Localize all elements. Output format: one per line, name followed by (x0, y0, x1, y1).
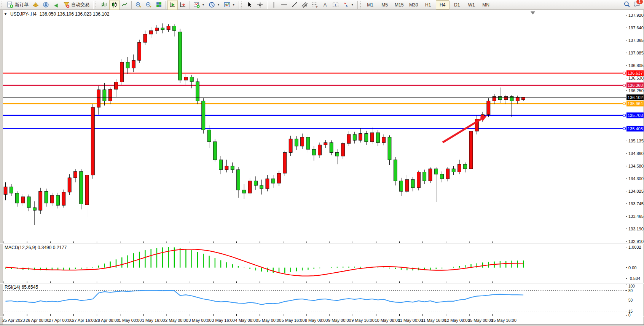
candle-body (190, 77, 193, 82)
candle-body (62, 192, 65, 205)
timeframe-M5[interactable]: M5 (378, 0, 392, 10)
chart-symbol-period: USDJPY-,H4 (10, 11, 37, 17)
candle-body (196, 82, 199, 101)
text-label-button[interactable]: T (330, 0, 341, 10)
trendline-button[interactable] (289, 0, 300, 10)
svg-text:134.025: 134.025 (628, 189, 644, 193)
candle-body (318, 145, 322, 155)
text-button[interactable]: A (320, 0, 330, 10)
zoom-in-icon (135, 2, 142, 8)
candle-chart-button[interactable] (109, 0, 120, 10)
templates-icon (224, 2, 230, 8)
svg-text:80: 80 (628, 289, 633, 293)
candle-body (50, 195, 54, 203)
vertical-line-icon (271, 2, 277, 8)
candle-body (457, 164, 461, 172)
crosshair-button[interactable] (255, 0, 265, 10)
candle-body (254, 181, 257, 185)
svg-text:135.408: 135.408 (628, 126, 643, 131)
indicators-button[interactable]: ▼ (191, 0, 207, 10)
candle-body (68, 178, 71, 192)
svg-text:A: A (323, 2, 327, 8)
horizontal-line-icon (281, 2, 287, 8)
chart-shift-button[interactable] (178, 0, 188, 10)
toolbar-grip[interactable] (2, 2, 3, 8)
candle-body (295, 139, 298, 146)
chart-window[interactable]: 137.920137.640137.365137.085136.805136.5… (0, 10, 644, 326)
zoom-out-button[interactable] (143, 0, 154, 10)
svg-text:50: 50 (628, 298, 633, 302)
signals-icon (53, 2, 59, 8)
candle-body (405, 180, 409, 192)
svg-text:1.0032: 1.0032 (628, 245, 641, 249)
timeframe-M1[interactable]: M1 (363, 0, 377, 10)
toolbar-separator (166, 1, 166, 9)
svg-text:134.580: 134.580 (628, 164, 644, 168)
candle-body (277, 173, 281, 183)
timeframe-W1[interactable]: W1 (465, 0, 478, 10)
toolbar-grip[interactable] (96, 2, 97, 8)
candle-body (56, 195, 60, 205)
auto-scroll-icon (169, 2, 176, 8)
templates-button[interactable]: ▼ (222, 0, 237, 10)
svg-text:136.102: 136.102 (628, 95, 643, 100)
candle-body (184, 77, 188, 80)
toolbar-grip[interactable] (360, 2, 362, 8)
search-icon[interactable] (623, 1, 630, 9)
chart-canvas[interactable]: 137.920137.640137.365137.085136.805136.5… (0, 10, 644, 326)
timeframe-D1[interactable]: D1 (450, 0, 464, 10)
candle-chart-icon (111, 2, 118, 8)
trendline-icon (291, 2, 298, 8)
new-order-icon (7, 2, 13, 8)
arrows-button[interactable]: ▼ (341, 0, 356, 10)
candle-body (85, 175, 89, 205)
tile-windows-button[interactable] (154, 0, 164, 10)
candle-body (4, 187, 7, 195)
candle-body (45, 191, 48, 203)
line-chart-button[interactable] (120, 0, 130, 10)
cursor-button[interactable] (245, 0, 255, 10)
zoom-in-button[interactable] (133, 0, 143, 10)
candle-body (143, 34, 147, 42)
vertical-line-button[interactable] (269, 0, 279, 10)
candle-body (394, 160, 397, 181)
notifications-button[interactable]: 1 (633, 1, 640, 9)
toolbar-grip[interactable] (241, 2, 243, 8)
candle-body (248, 181, 252, 193)
candle-body (231, 166, 234, 169)
timeframe-MN[interactable]: MN (479, 0, 493, 10)
indicators-icon (193, 2, 200, 8)
metaeditor-button[interactable] (30, 0, 41, 10)
auto-scroll-button[interactable] (167, 0, 178, 10)
timeframe-H1[interactable]: H1 (421, 0, 435, 10)
candle-body (21, 197, 25, 203)
community-icon (43, 2, 49, 8)
metaeditor-icon (32, 2, 39, 8)
autotrade-button[interactable]: 自动交易 (61, 0, 91, 10)
candle-body (359, 134, 362, 141)
channel-button[interactable]: E (300, 0, 310, 10)
bar-chart-button[interactable] (99, 0, 109, 10)
signals-button[interactable] (51, 0, 61, 10)
fibonacci-icon: F (312, 2, 318, 8)
collapse-triangle-icon[interactable]: ▼ (4, 12, 7, 16)
timeframe-M30[interactable]: M30 (407, 0, 421, 10)
candle-body (97, 90, 100, 107)
periods-button[interactable]: ▼ (207, 0, 222, 10)
candle-body (242, 190, 246, 193)
time-axis-label: 11 May 00:00 (398, 318, 423, 323)
timeframe-H4[interactable]: H4 (436, 0, 450, 10)
new-order-button[interactable]: 新订单 (5, 0, 30, 10)
candle-body (400, 181, 403, 191)
candle-body (126, 62, 129, 68)
candle-body (382, 137, 386, 142)
toolbar-separator (190, 1, 190, 9)
community-button[interactable] (41, 0, 51, 10)
autotrade-label: 自动交易 (71, 2, 89, 8)
timeframe-M15[interactable]: M15 (392, 0, 406, 10)
horizontal-line-button[interactable] (279, 0, 289, 10)
candle-body (411, 180, 414, 188)
candle-body (289, 139, 292, 153)
candle-body (330, 142, 333, 152)
fibonacci-button[interactable]: F (310, 0, 320, 10)
